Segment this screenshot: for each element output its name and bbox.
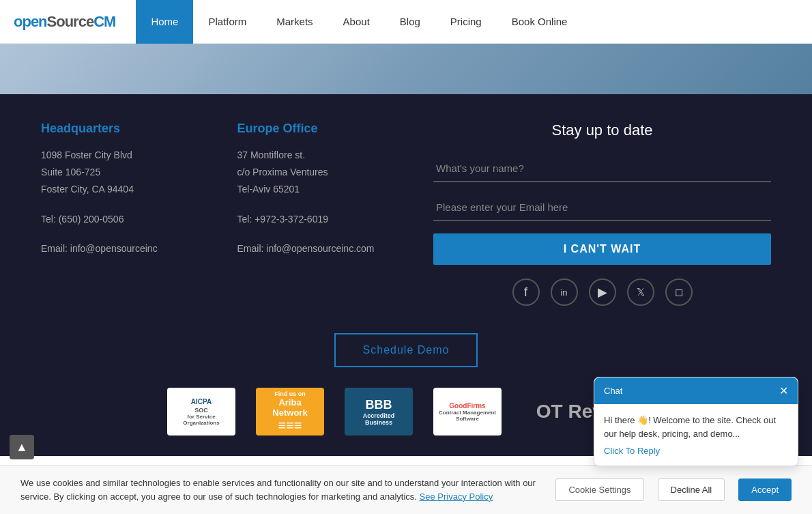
bbb-badge: BBB Accredited Business <box>345 388 413 436</box>
europe-email: Email: info@opensourceinc.com <box>237 240 407 257</box>
ariba-badge: Find us on Ariba Network ≡≡≡ <box>256 388 324 436</box>
headquarters-col: Headquarters 1098 Foster City Blvd Suite… <box>41 122 210 306</box>
europe-address: 37 Montiflore st. c/o Proxima Ventures T… <box>237 147 407 199</box>
logo[interactable]: openSourceCM <box>14 13 115 31</box>
europe-col: Europe Office 37 Montiflore st. c/o Prox… <box>237 122 407 306</box>
chat-close-icon[interactable]: ✕ <box>779 384 788 397</box>
chat-title: Chat <box>604 386 622 396</box>
chat-message: Hi there 👋! Welcome to the site. Check o… <box>604 414 788 440</box>
headquarters-address: 1098 Foster City Blvd Suite 106-725 Fost… <box>41 147 210 199</box>
hero-image <box>0 44 812 94</box>
schedule-demo-button[interactable]: Schedule Demo <box>334 333 478 367</box>
scroll-to-top-button[interactable]: ▲ <box>10 435 34 456</box>
name-input[interactable] <box>433 156 771 182</box>
nav-links: Home Platform Markets About Blog Pricing… <box>136 0 582 44</box>
cant-wait-button[interactable]: I CAN'T WAIT <box>433 233 771 265</box>
email-input[interactable] <box>433 195 771 221</box>
aicpa-badge: AICPA SOC for Service Organizations <box>167 388 235 436</box>
facebook-icon[interactable]: f <box>512 279 540 306</box>
twitter-icon[interactable]: 𝕏 <box>627 279 654 306</box>
nav-platform[interactable]: Platform <box>193 0 261 44</box>
nav-pricing[interactable]: Pricing <box>435 0 497 44</box>
hero-placeholder <box>0 44 812 94</box>
chat-widget: Chat ✕ Hi there 👋! Welcome to the site. … <box>594 377 798 456</box>
footer-columns: Headquarters 1098 Foster City Blvd Suite… <box>41 122 771 306</box>
nav-home[interactable]: Home <box>136 0 193 44</box>
goodfirms-badge: GoodFirms Contract Management Software <box>433 388 502 436</box>
europe-tel: Tel: +972-3-372-6019 <box>237 211 407 228</box>
logo-text: openSourceCM <box>14 13 115 31</box>
nav-about[interactable]: About <box>328 0 385 44</box>
linkedin-icon[interactable]: in <box>551 279 578 306</box>
stay-title: Stay up to date <box>433 122 771 139</box>
nav-blog[interactable]: Blog <box>385 0 435 44</box>
schedule-row: Schedule Demo <box>41 333 771 367</box>
europe-email-link[interactable]: info@opensourceinc.com <box>266 243 374 254</box>
headquarters-email: Email: info@opensourceinc <box>41 240 210 257</box>
headquarters-email-link[interactable]: info@opensourceinc <box>70 243 158 254</box>
youtube-icon[interactable]: ▶ <box>589 279 616 306</box>
stay-section: Stay up to date I CAN'T WAIT f in ▶ 𝕏 ◻ <box>433 122 771 306</box>
nav-book-online[interactable]: Book Online <box>497 0 583 44</box>
navbar: openSourceCM Home Platform Markets About… <box>0 0 812 44</box>
europe-heading: Europe Office <box>237 122 407 136</box>
headquarters-heading: Headquarters <box>41 122 210 136</box>
nav-markets[interactable]: Markets <box>261 0 328 44</box>
chat-reply-link[interactable]: Click To Reply <box>604 446 660 456</box>
chat-body: Hi there 👋! Welcome to the site. Check o… <box>594 404 798 456</box>
social-icons-row: f in ▶ 𝕏 ◻ <box>433 279 771 306</box>
chat-header: Chat ✕ <box>594 377 798 404</box>
headquarters-tel: Tel: (650) 200-0506 <box>41 211 210 228</box>
instagram-icon[interactable]: ◻ <box>665 279 693 306</box>
